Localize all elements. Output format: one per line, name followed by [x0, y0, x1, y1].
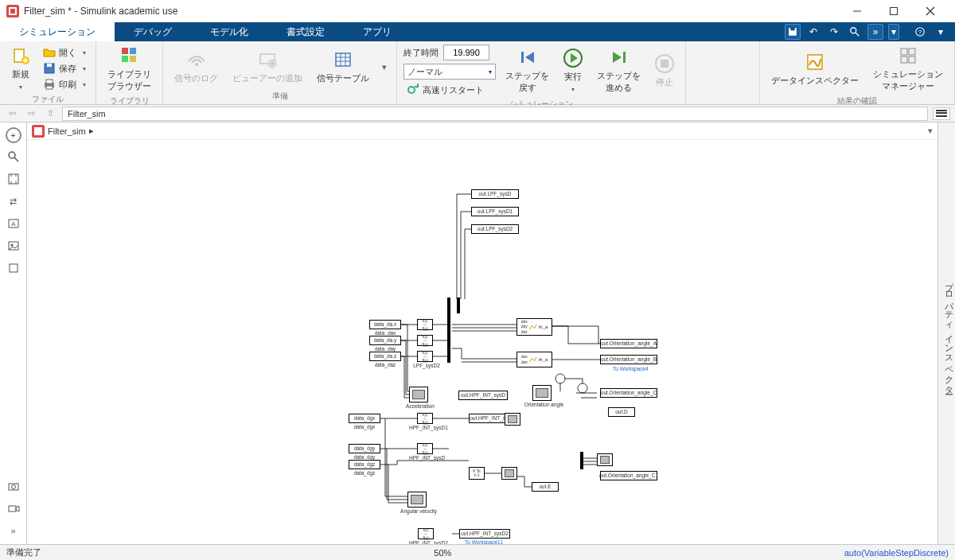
annotation-tool[interactable]: A [5, 215, 22, 232]
nav-forward-button[interactable]: ⇨ [24, 107, 38, 121]
hide-browser-button[interactable]: + [6, 127, 21, 143]
demux-top[interactable] [457, 298, 460, 313]
svg-point-26 [195, 63, 198, 66]
mux-right[interactable] [580, 452, 583, 469]
svg-rect-44 [909, 49, 915, 55]
sim-mode-select[interactable]: ノーマル▾ [403, 64, 496, 80]
signal-table-button[interactable]: 信号テーブル [312, 49, 374, 86]
label-to-workspace4[interactable]: To Workspace4 [613, 366, 649, 371]
hamburger-icon[interactable] [933, 107, 950, 120]
dropdown-qat-button[interactable]: ▾ [888, 24, 899, 40]
toworkspace-orient-b[interactable]: out.Orientation_angle_B [600, 355, 657, 364]
status-zoom[interactable]: 50% [434, 548, 451, 558]
from-data-dax[interactable]: data_da.x [369, 320, 401, 329]
undo-button[interactable]: ↶ [805, 24, 821, 40]
scope-right[interactable] [597, 453, 613, 466]
signal-log-button[interactable]: 信号のログ [170, 49, 223, 86]
lpf-block-1[interactable]: f(t)─f(y) [417, 319, 433, 330]
from-data-dgy[interactable]: data_dgy [349, 444, 380, 453]
from-data-dgx[interactable]: data_dgx [349, 414, 380, 423]
new-button[interactable]: 新規 ▾ [6, 45, 35, 92]
image-tool[interactable] [5, 237, 22, 255]
zoom-tool[interactable] [5, 148, 22, 165]
scope-hpf1[interactable] [505, 413, 520, 426]
breadcrumb-model[interactable]: Filter_sim [48, 126, 86, 136]
toworkspace-lpf-sysd[interactable]: out.LPF_sysD [471, 189, 519, 199]
from-data-day[interactable]: data_da.y [369, 336, 401, 345]
toworkspace-orient-a[interactable]: out.Orientation_angle_A [600, 339, 657, 348]
from-data-daz[interactable]: data_da.z [369, 352, 401, 361]
discrete-integrator[interactable]: K Ts z-1 [469, 467, 485, 480]
stoptime-label: 終了時間 [403, 47, 439, 59]
nav-back-button[interactable]: ⇦ [5, 107, 19, 121]
mux-accel[interactable] [447, 298, 450, 363]
hpf-block-3[interactable]: f(t)─f(y) [418, 528, 434, 539]
tab-apps[interactable]: アプリ [344, 22, 411, 41]
toworkspace-hpf-int-sysd[interactable]: out.HPF_INT_sysD [458, 391, 508, 400]
toworkspace-orient-c[interactable]: out.Orientation_angle_C [600, 388, 657, 398]
hpf-block-1[interactable]: f(t)─f(y) [417, 413, 433, 424]
scope-orientation[interactable] [532, 385, 552, 401]
breadcrumb-dropdown[interactable]: ▾ [928, 126, 933, 136]
tab-format[interactable]: 書式設定 [267, 22, 344, 41]
scope-acceleration[interactable] [409, 387, 428, 402]
canvas[interactable]: out.LPF_sysD out.LPF_sysD1 out.LPF_sysD2… [27, 140, 937, 544]
model-path-field[interactable]: Filter_sim [62, 107, 928, 121]
area-tool[interactable] [5, 259, 22, 277]
sim-manager-button[interactable]: シミュレーション マネージャー [868, 45, 948, 94]
help-button[interactable]: ? [912, 24, 928, 40]
scope-integrator[interactable] [501, 467, 517, 480]
collapse-palette-button[interactable]: » [5, 522, 22, 539]
minimize-button[interactable] [839, 0, 875, 22]
matlab-fcn-th-a[interactable]: daxdaydaz th_a [516, 318, 552, 336]
toworkspace-hpf-int-sysd2[interactable]: out.HPF_INT_sysD2 [459, 529, 510, 539]
svg-text:A: A [11, 220, 16, 228]
print-button[interactable]: 印刷▾ [40, 77, 89, 91]
nav-up-button[interactable]: ⇧ [43, 107, 57, 121]
maximize-button[interactable] [875, 0, 912, 22]
data-inspector-button[interactable]: データインスペクター [766, 51, 863, 88]
prepare-expand-button[interactable]: ▾ [379, 62, 390, 72]
matlab-fcn-th-b[interactable]: daxdaz th_a [516, 352, 552, 368]
label-to-workspace11[interactable]: To Workspace11 [465, 539, 503, 544]
from-data-dgz[interactable]: data_dgz [349, 460, 380, 469]
lpf-block-3[interactable]: f(t)─f(y) [417, 351, 433, 362]
expand-qat-button[interactable]: » [867, 24, 883, 40]
label-data-daz: data_daz [371, 362, 400, 368]
tab-modeling[interactable]: モデル化 [191, 22, 267, 41]
toworkspace-e[interactable]: out.E [532, 482, 559, 492]
stop-button[interactable]: 停止 [650, 52, 679, 90]
status-ready: 準備完了 [6, 546, 41, 558]
fit-view-button[interactable] [5, 170, 22, 188]
close-button[interactable] [912, 0, 949, 22]
scope-angular-velocity[interactable] [407, 492, 427, 508]
redo-button[interactable]: ↷ [826, 24, 842, 40]
step-back-button[interactable]: ステップを 戻す [501, 46, 554, 95]
status-solver[interactable]: auto(VariableStepDiscrete) [844, 548, 949, 558]
lpf-block-2[interactable]: f(t)─f(y) [417, 335, 433, 346]
screenshot-button[interactable] [5, 477, 22, 495]
stoptime-field[interactable] [443, 45, 489, 60]
toworkspace-d[interactable]: out.D [608, 407, 635, 417]
toworkspace-orient-c1[interactable]: out.Orientation_angle_C1 [600, 471, 657, 480]
property-inspector-tab[interactable]: プロパティ インスペクター [937, 122, 955, 544]
search-icon[interactable] [847, 24, 863, 40]
help-dropdown[interactable]: ▾ [933, 24, 949, 40]
toggle-perspective[interactable]: ⇄ [5, 192, 22, 210]
fast-restart-button[interactable]: 高速リスタート [403, 83, 496, 97]
save-button[interactable]: 保存▾ [40, 61, 89, 76]
step-forward-button[interactable]: ステップを 進める [592, 46, 645, 95]
toworkspace-lpf-sysd1[interactable]: out.LPF_sysD1 [471, 207, 519, 216]
library-browser-button[interactable]: ライブラリ ブラウザー [103, 45, 156, 94]
tab-simulation[interactable]: シミュレーション [0, 22, 115, 41]
add-viewer-button[interactable]: ビューアーの追加 [228, 49, 307, 86]
save-qat-button[interactable] [785, 24, 801, 40]
toworkspace-lpf-sysd2[interactable]: out.LPF_sysD2 [471, 224, 519, 234]
record-button[interactable] [5, 500, 22, 517]
open-button[interactable]: 開く▾ [40, 45, 89, 60]
svg-rect-23 [130, 48, 136, 54]
run-button[interactable]: 実行 ▾ [559, 47, 587, 95]
tab-debug[interactable]: デバッグ [115, 22, 191, 41]
hpf-block-2[interactable]: f(t)─f(y) [417, 443, 433, 454]
label-data-dgx: data_dgx [350, 424, 379, 430]
